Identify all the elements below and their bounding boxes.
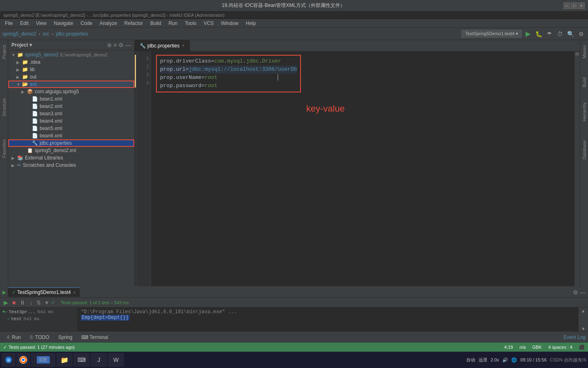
tree-item-idea[interactable]: ▶ 📁 .idea <box>8 58 134 66</box>
run-tab-collapse[interactable]: — <box>580 289 586 296</box>
build-tab[interactable]: Build <box>581 74 588 90</box>
run-scroll-up[interactable]: ▲ <box>581 308 586 313</box>
menu-file[interactable]: File <box>2 20 16 27</box>
run-tab-gear[interactable]: ⚙ <box>573 289 578 296</box>
start-button[interactable]: ⊞ <box>2 353 16 367</box>
settings-icon[interactable]: ⚙ <box>118 42 124 48</box>
restore-btn[interactable]: □ <box>571 2 577 9</box>
project-sidebar-tab[interactable]: Project <box>0 42 8 62</box>
search-everywhere-button[interactable]: 🔍 <box>566 29 575 38</box>
run-tree-root[interactable]: ▼✓ TestSpr... 543 ms <box>1 308 76 315</box>
hide-icon[interactable]: — <box>125 42 131 48</box>
tree-item-out[interactable]: ▶ 📁 out <box>8 73 134 81</box>
structure-sidebar-tab[interactable]: Structure <box>0 95 8 120</box>
tree-label: lib <box>30 67 35 72</box>
app-btn2[interactable]: W <box>108 353 124 367</box>
indent-indicator[interactable]: 4 spaces : 4 <box>548 345 572 350</box>
run-tree-child-label: test <box>11 316 22 321</box>
props-icon: 🔧 <box>32 140 38 146</box>
breadcrumb-src[interactable]: src <box>43 31 49 37</box>
tool-terminal[interactable]: ⌨ Terminal <box>77 334 112 341</box>
run-output: "D:\Program Files\Java\jdk1.8.0_181\bin\… <box>78 307 578 331</box>
tree-item-spring5demo2[interactable]: ▼ 📁 spring5_demo2 E:\work\spring5_demo2 <box>8 51 134 58</box>
tree-item-bean2[interactable]: 📄 bean2.xml <box>8 103 134 110</box>
tab-close-btn[interactable]: × <box>182 43 185 48</box>
close-btn[interactable]: × <box>578 2 585 9</box>
network-icon[interactable]: 🌐 <box>511 357 517 363</box>
tree-item-bean4[interactable]: 📄 bean4.xml <box>8 117 134 125</box>
step-btn[interactable]: ↓ <box>28 299 33 306</box>
tree-item-lib[interactable]: ▶ 📁 lib <box>8 66 134 73</box>
csdn-watermark: CSDN @跨越海沟 <box>550 357 586 363</box>
cursor-position[interactable]: 4:19 <box>504 345 513 350</box>
tool-todo[interactable]: 6: TODO <box>26 334 53 341</box>
database-tab[interactable]: Database <box>581 137 588 163</box>
sort-btn[interactable]: ⇅ <box>35 299 42 306</box>
run-config-selector[interactable]: TestSpring5Demo1.test4 ▾ <box>461 30 522 38</box>
favorites-sidebar-tab[interactable]: Favorites <box>0 136 8 161</box>
run-tree-child[interactable]: ✓ test 543 ms <box>1 315 76 322</box>
tree-item-bean5[interactable]: 📄 bean5.xml <box>8 125 134 132</box>
tree-item-scratches[interactable]: ▶ ✏ Scratches and Consoles <box>8 162 134 169</box>
tool-run[interactable]: 4: Run <box>2 334 25 341</box>
right-panel-tabs: Maven Build Hierarchy Database <box>580 40 588 286</box>
tree-item-jdbc-properties[interactable]: 🔧 jdbc.properties <box>8 139 134 147</box>
encoding-indicator[interactable]: GBK <box>532 345 541 350</box>
tree-arrow: ▶ <box>16 75 21 79</box>
tree-item-src[interactable]: ▼ 📂 src <box>8 81 134 88</box>
tree-item-package[interactable]: ▶ 📦 com.atguigu.spring5 <box>8 88 134 95</box>
file-manager-btn[interactable]: 📁 <box>56 353 73 367</box>
lib-icon: 📚 <box>17 155 23 161</box>
menu-refactor[interactable]: Refactor <box>121 20 146 27</box>
rerun-btn[interactable]: ▶ <box>2 299 9 306</box>
pause-btn[interactable]: ⏸ <box>18 299 27 306</box>
menu-build[interactable]: Build <box>147 20 165 27</box>
project-icon: 📁 <box>17 52 23 58</box>
run-button[interactable]: ▶ <box>523 29 532 38</box>
run-tab-close[interactable]: × <box>73 290 76 295</box>
breadcrumb-file[interactable]: jdbc.properties <box>56 31 88 37</box>
editor-tabs: 🔧 jdbc.properties × <box>135 40 580 52</box>
tree-item-bean3[interactable]: 📄 bean3.xml <box>8 110 134 117</box>
tool-spring[interactable]: Spring <box>54 334 77 341</box>
menu-vcs[interactable]: VCS <box>200 20 217 27</box>
breadcrumb-project[interactable]: spring5_demo2 <box>2 31 36 37</box>
code-line-4: prop.password=root <box>160 82 297 90</box>
volume-icon[interactable]: 🔊 <box>502 357 508 363</box>
menu-run[interactable]: Run <box>165 20 181 27</box>
menu-navigate[interactable]: Navigate <box>51 20 76 27</box>
hierarchy-tab[interactable]: Hierarchy <box>581 99 588 125</box>
menu-code[interactable]: Code <box>77 20 96 27</box>
menu-help[interactable]: Help <box>243 20 259 27</box>
event-log-link[interactable]: Event Log <box>564 334 586 340</box>
scrollbar-thumb[interactable] <box>575 52 579 56</box>
run-tab-main[interactable]: ✓ TestSpring5Demo1.test4 × <box>8 287 80 297</box>
tree-item-bean6[interactable]: 📄 bean6.xml <box>8 132 134 139</box>
browser-btn[interactable] <box>16 353 30 367</box>
settings-button[interactable]: ⚙ <box>577 29 586 38</box>
filter-btn[interactable]: ▾ <box>44 299 49 306</box>
locate-icon[interactable]: ⊕ <box>107 42 112 48</box>
stop-btn[interactable]: ■ <box>11 299 17 306</box>
menu-window[interactable]: Window <box>218 20 242 27</box>
menu-analyze[interactable]: Analyze <box>96 20 120 27</box>
explorer-btn[interactable]: IDE <box>31 353 56 367</box>
coverage-button[interactable]: ☂ <box>545 29 554 38</box>
editor-tab-jdbc[interactable]: 🔧 jdbc.properties × <box>135 40 190 52</box>
tree-item-ext-lib[interactable]: ▶ 📚 External Libraries <box>8 154 134 162</box>
terminal-btn[interactable]: ⌨ <box>74 353 90 367</box>
maven-tab[interactable]: Maven <box>581 42 588 62</box>
tree-item-bean1[interactable]: 📄 bean1.xml <box>8 95 134 103</box>
app-btn1[interactable]: J <box>91 353 107 367</box>
menu-edit[interactable]: Edit <box>17 20 32 27</box>
menu-view[interactable]: View <box>33 20 50 27</box>
minimize-btn[interactable]: ─ <box>564 2 570 9</box>
debug-button[interactable]: 🐛 <box>534 29 543 38</box>
xml-icon: 📄 <box>32 111 38 117</box>
run-scroll-down[interactable]: ▼ <box>581 326 586 331</box>
tree-item-iml[interactable]: 📋 spring5_demo2.iml <box>8 147 134 154</box>
menu-tools[interactable]: Tools <box>182 20 200 27</box>
collapse-icon[interactable]: ≡ <box>114 42 117 48</box>
profile-button[interactable]: ⏱ <box>555 29 564 38</box>
code-editor[interactable]: prop.driverClass=com.mysql.jdbc.Driver p… <box>151 52 574 286</box>
